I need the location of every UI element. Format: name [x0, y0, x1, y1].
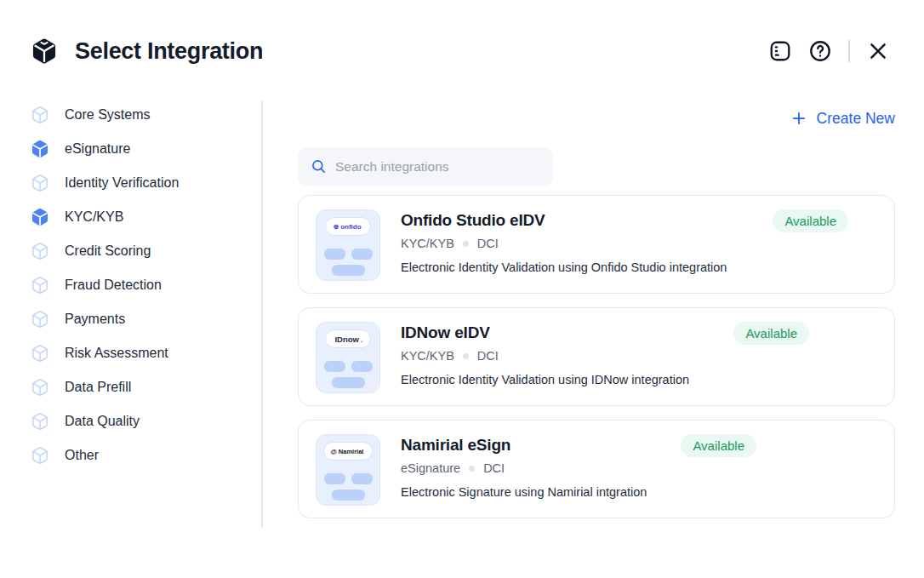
card-title: IDNow eIDV [401, 322, 490, 342]
cube-icon [31, 174, 49, 192]
integration-list: ⊕onfido Onfido Studio eIDV Available KYC… [298, 195, 895, 518]
sidebar-item-label: Risk Assessment [65, 346, 168, 361]
sidebar-item-label: Identity Verification [65, 175, 179, 191]
cube-icon [31, 310, 49, 329]
thumb-chips [324, 361, 373, 372]
card-category: KYC/KYB [401, 349, 454, 363]
create-new-button[interactable]: Create New [790, 110, 895, 128]
thumb-chips [324, 473, 373, 484]
logo-mark: @ [331, 448, 337, 455]
cube-icon [31, 140, 49, 158]
meta-dot [469, 466, 475, 472]
thumb-chip-wide [332, 265, 365, 276]
sidebar-item-data-prefill[interactable]: Data Prefill [31, 370, 243, 404]
cube-icon [31, 208, 49, 226]
sidebar-item-label: KYC/KYB [65, 209, 123, 225]
sidebar-item-risk-assessment[interactable]: Risk Assessment [31, 336, 243, 370]
card-provider: DCI [477, 349, 499, 363]
sidebar-item-other[interactable]: Other [31, 438, 243, 472]
integration-card-onfido[interactable]: ⊕onfido Onfido Studio eIDV Available KYC… [298, 195, 895, 294]
app-cube-icon [31, 37, 58, 66]
sidebar-item-core-systems[interactable]: Core Systems [31, 98, 243, 132]
sidebar-item-credit-scoring[interactable]: Credit Scoring [31, 234, 243, 268]
sidebar-divider [261, 100, 263, 528]
card-description: Electronic Signature using Namirial intg… [401, 485, 877, 499]
status-badge: Available [733, 322, 809, 345]
cube-icon [31, 276, 49, 295]
main-panel: Create New ⊕onfido Onfido S [298, 100, 895, 518]
card-description: Electronic Identity Validation using Onf… [401, 260, 877, 274]
card-category: eSignature [401, 461, 460, 475]
modal-header: Select Integration [31, 34, 890, 68]
sidebar-item-kyc-kyb[interactable]: KYC/KYB [31, 200, 243, 234]
page-title: Select Integration [75, 38, 263, 65]
onfido-logo: ⊕onfido [325, 217, 370, 236]
integration-card-idnow[interactable]: IDnow. IDNow eIDV Available KYC/KYB DCI [298, 307, 895, 406]
logo-text: Namirial [339, 448, 364, 455]
logo-text: IDnow [334, 335, 359, 344]
logo-text: onfido [340, 223, 361, 231]
card-category: KYC/KYB [401, 237, 454, 250]
sidebar-item-label: Data Prefill [65, 380, 131, 395]
header-actions [768, 39, 890, 63]
cube-icon [31, 446, 49, 465]
namirial-logo: @Namirial [323, 442, 374, 461]
card-provider: DCI [483, 461, 505, 475]
cube-icon [31, 412, 49, 431]
meta-dot [463, 241, 469, 247]
card-title: Namirial eSign [401, 434, 510, 455]
thumb-chip-wide [332, 489, 365, 501]
sidebar-item-label: Fraud Detection [65, 278, 162, 293]
search-input[interactable] [298, 147, 553, 186]
sidebar-item-label: Payments [65, 312, 125, 327]
idnow-logo: IDnow. [325, 329, 370, 348]
sidebar-item-payments[interactable]: Payments [31, 302, 243, 336]
card-title: Onfido Studio eIDV [401, 209, 545, 230]
docs-panel-icon[interactable] [768, 39, 792, 63]
integration-card-namirial[interactable]: @Namirial Namirial eSign Available eSign… [298, 420, 895, 518]
status-badge: Available [681, 434, 756, 457]
sidebar-item-esignature[interactable]: eSignature [31, 132, 243, 166]
help-icon[interactable] [808, 39, 832, 63]
cube-icon [31, 242, 49, 260]
select-integration-modal: Select Integration [0, 0, 924, 578]
create-new-label: Create New [817, 110, 895, 128]
sidebar-item-identity-verification[interactable]: Identity Verification [31, 166, 243, 200]
sidebar-item-label: Credit Scoring [65, 243, 151, 259]
sidebar-item-label: Core Systems [65, 107, 150, 123]
header-separator [848, 40, 850, 62]
thumb-chips [324, 249, 373, 260]
thumb-chip-wide [332, 377, 365, 388]
card-description: Electronic Identity Validation using IDN… [401, 373, 877, 386]
status-badge: Available [773, 209, 848, 232]
integration-thumbnail: @Namirial [316, 434, 380, 506]
logo-mark: ⊕ [333, 223, 339, 231]
card-provider: DCI [477, 237, 499, 250]
sidebar-item-label: eSignature [65, 141, 130, 157]
meta-dot [463, 353, 469, 359]
cube-icon [31, 344, 49, 363]
integration-thumbnail: IDnow. [316, 322, 380, 393]
integration-thumbnail: ⊕onfido [316, 209, 380, 281]
sidebar-item-label: Data Quality [65, 414, 140, 429]
plus-icon [790, 110, 807, 127]
sidebar-item-fraud-detection[interactable]: Fraud Detection [31, 268, 243, 302]
cube-icon [31, 378, 49, 397]
cube-icon [31, 106, 49, 124]
category-sidebar: Core Systems eSignature Identity Verific… [31, 98, 243, 472]
sidebar-item-data-quality[interactable]: Data Quality [31, 404, 243, 438]
close-icon[interactable] [866, 39, 890, 63]
sidebar-item-label: Other [65, 448, 99, 463]
logo-suffix: . [361, 335, 363, 344]
